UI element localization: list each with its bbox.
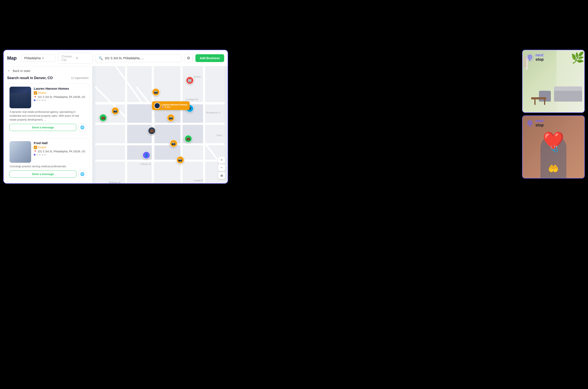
tooltip-name: Lauren Hanson Homes (162, 103, 187, 106)
dot-2-3 (39, 154, 41, 156)
search-bar[interactable]: 🔍 101 S 3rd St, Philadelphia, ... (95, 54, 182, 62)
card-category-2: 🏠 Realtor (34, 146, 86, 149)
card-top-2: Fred Hall 🏠 Realtor 📍 101 S 3rd St, Phil… (9, 141, 86, 163)
map-pin-1[interactable]: 📷 (152, 88, 160, 96)
map-pin-11[interactable]: 👤 (142, 151, 150, 159)
category-label-1: Realtor (38, 91, 46, 95)
svg-text:Cooli...: Cooli... (216, 134, 224, 137)
card-actions-1: Send a message 🌐 (9, 123, 86, 131)
tooltip-avatar (154, 103, 160, 109)
category-icon-2: 🏠 (34, 146, 37, 149)
filter-icon: ⚙ (187, 56, 190, 61)
globe-icon-2: 🌐 (80, 172, 85, 176)
dot-1-5 (44, 99, 46, 101)
nextstop-icon-2 (525, 119, 534, 128)
card-category-1: 🏠 Realtor (34, 91, 86, 95)
zoom-out-button[interactable]: − (218, 164, 225, 171)
card-top: Lauren Hanson Homes 🏠 Realtor 📍 101 S 3r… (9, 87, 86, 108)
back-to-state-button[interactable]: ← Back to state (4, 66, 92, 75)
dot-2-2 (36, 154, 38, 156)
header: Map Philadelphia ▾ Choose City ▾ 🔍 101 S… (4, 50, 228, 66)
map-pin-6[interactable]: 📷 (167, 114, 175, 122)
map-pin-5[interactable]: 🏢 (186, 76, 194, 84)
svg-rect-34 (127, 125, 152, 143)
map-pin-3[interactable]: 💼 (99, 114, 107, 122)
map-pin-10[interactable]: 📷 (176, 156, 184, 164)
back-label: Back to state (13, 69, 30, 73)
svg-text:Coolidge Rd: Coolidge Rd (186, 98, 198, 101)
send-message-button-1[interactable]: Send a message (9, 124, 76, 131)
nextstop-icon-1 (525, 53, 534, 62)
map-app: Map Philadelphia ▾ Choose City ▾ 🔍 101 S… (3, 50, 228, 184)
dot-2-1 (34, 154, 35, 156)
city2-dropdown[interactable]: Choose City ▾ (58, 53, 93, 64)
listing-card-1[interactable]: Lauren Hanson Homes 🏠 Realtor 📍 101 S 3r… (6, 83, 90, 134)
location-icon-2: 📍 (34, 150, 37, 153)
address-text-1: 101 S 3rd St, Philadelphia, PA 19106, US (38, 96, 85, 98)
dot-1-1 (34, 99, 35, 101)
svg-point-41 (529, 56, 530, 58)
nextstop-text-2: next stop (535, 119, 544, 128)
search-value: 101 S 3rd St, Philadelphia, ... (105, 56, 144, 60)
city2-dropdown-placeholder: Choose City (61, 55, 75, 62)
search-result-title: Search result in Denver, CO (7, 76, 53, 80)
search-icon: 🔍 (98, 56, 103, 60)
zoom-in-button[interactable]: + (218, 157, 225, 163)
promo-card-1[interactable]: 🌿 next stop (522, 50, 585, 113)
website-button-2[interactable]: 🌐 (78, 170, 86, 178)
card-description-2: Concierge practice serving medical profe… (9, 164, 86, 168)
compass-button[interactable]: ⊕ (218, 172, 225, 179)
right-panel: 🌿 next stop (522, 50, 585, 179)
map-pin-9[interactable]: 💼 (184, 135, 192, 143)
map-pin-7[interactable]: 💼 (148, 127, 156, 135)
sidebar: ← Back to state Search result in Denver,… (4, 66, 92, 183)
website-button-1[interactable]: 🌐 (78, 123, 86, 131)
map-area[interactable]: Elerton Bowdoin St Amherst St Coolidge R… (92, 66, 228, 183)
svg-text:Elerton: Elerton (194, 76, 201, 78)
add-business-button[interactable]: Add Business (196, 54, 224, 62)
dot-1-3 (39, 99, 41, 101)
send-message-button-2[interactable]: Send a message (9, 170, 76, 178)
card-name-1: Lauren Hanson Homes (34, 87, 86, 90)
promo-bg-1: 🌿 next stop (523, 50, 584, 112)
back-arrow-icon: ← (7, 68, 11, 73)
tooltip-category: 🏠 Realtor (162, 106, 187, 108)
listing-card-2[interactable]: Fred Hall 🏠 Realtor 📍 101 S 3rd St, Phil… (6, 138, 90, 181)
promo-card-2[interactable]: ❤️ 🩺 🤲 next stop (522, 115, 585, 179)
location-icon-1: 📍 (34, 96, 37, 98)
svg-text:Lindall St: Lindall St (194, 179, 203, 182)
promo-bg-2: ❤️ 🩺 🤲 next stop (523, 116, 584, 178)
svg-rect-31 (127, 104, 152, 123)
filter-button[interactable]: ⚙ (184, 54, 193, 63)
card-image-2 (9, 141, 31, 163)
category-label-2: Realtor (38, 146, 46, 149)
card-name-2: Fred Hall (34, 141, 86, 145)
category-icon-1: 🏠 (34, 91, 37, 95)
dot-1-2 (36, 99, 38, 101)
city-dropdown[interactable]: Philadelphia ▾ (21, 55, 56, 62)
map-pin-8[interactable]: 📷 (170, 140, 177, 147)
tooltip-cat-icon: 🏠 (162, 106, 164, 108)
promo-logo-2: next stop (525, 119, 544, 128)
card-info-1: Lauren Hanson Homes 🏠 Realtor 📍 101 S 3r… (34, 87, 86, 108)
card-info-2: Fred Hall 🏠 Realtor 📍 101 S 3rd St, Phil… (34, 141, 86, 163)
building-image-2 (9, 141, 31, 163)
svg-rect-35 (155, 125, 181, 143)
promo-logo-1: next stop (525, 53, 544, 62)
map-tooltip: Lauren Hanson Homes 🏠 Realtor (152, 101, 190, 110)
search-result-header: Search result in Denver, CO 12 organizat… (4, 75, 92, 82)
city-dropdown-value: Philadelphia (24, 56, 41, 60)
card-dots-2 (34, 154, 86, 156)
nextstop-text-1: next stop (535, 53, 544, 62)
svg-rect-38 (155, 145, 181, 160)
map-pin-2[interactable]: 📷 (111, 107, 119, 115)
result-count: 12 organization (71, 76, 89, 80)
building-image-1 (9, 87, 31, 108)
svg-text:Fellows St: Fellows St (140, 163, 151, 165)
svg-point-44 (529, 122, 530, 123)
map-background: Elerton Bowdoin St Amherst St Coolidge R… (92, 66, 228, 183)
card-description-1: A dynamic real estate professional agenc… (9, 110, 86, 122)
map-controls: + − ⊕ (218, 157, 225, 179)
dot-2-5 (44, 154, 46, 156)
address-text-2: 101 S 3rd St, Philadelphia, PA 19106, US (38, 150, 85, 153)
